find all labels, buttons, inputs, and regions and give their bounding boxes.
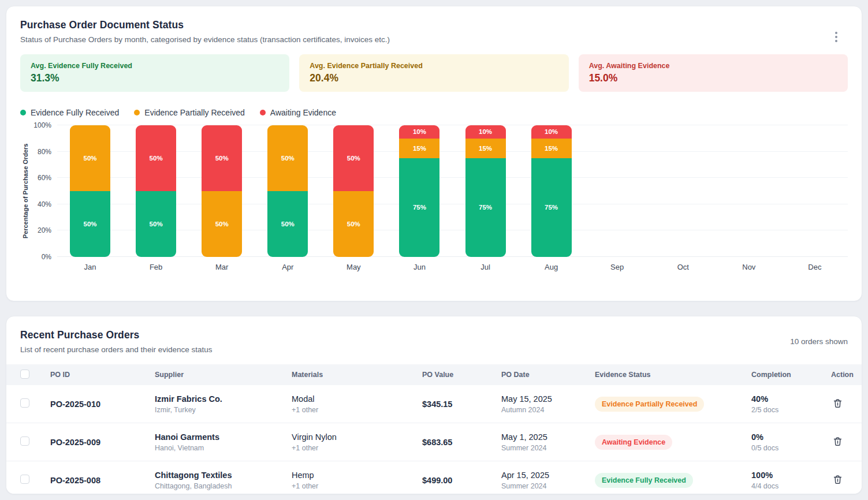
segment-value-label: 10% <box>413 128 426 135</box>
po-value: $683.65 <box>422 438 501 447</box>
delete-order-button[interactable] <box>831 435 844 448</box>
bar-columns: 50%50%50%50%50%50%50%50%50%50%10%15%75%1… <box>57 125 848 257</box>
material-primary: Virgin Nylon <box>292 432 422 442</box>
supplier-location: Izmir, Turkey <box>155 406 292 414</box>
trash-icon <box>832 436 843 447</box>
supplier-cell: Izmir Fabrics Co. Izmir, Turkey <box>155 394 292 414</box>
x-axis-label-dec: Dec <box>782 263 848 271</box>
material-more: +1 other <box>292 406 422 414</box>
segment-value-label: 50% <box>215 155 229 162</box>
materials-cell: Modal +1 other <box>292 394 422 414</box>
supplier-cell: Hanoi Garments Hanoi, Vietnam <box>155 432 292 452</box>
completion-docs: 4/4 docs <box>751 482 831 490</box>
stacked-bar-feb: 50%50% <box>136 125 176 257</box>
supplier-cell: Chittagong Textiles Chittagong, Banglade… <box>155 471 292 490</box>
segment-value-label: 75% <box>479 204 492 211</box>
supplier-location: Chittagong, Bangladesh <box>155 482 292 490</box>
supplier-name: Hanoi Garments <box>155 432 292 442</box>
po-season: Autumn 2024 <box>501 406 595 414</box>
stacked-bar-jan: 50%50% <box>70 125 110 257</box>
x-axis-label-feb: Feb <box>123 263 189 271</box>
stat-value: 31.3% <box>31 72 279 84</box>
table-row[interactable]: PO-2025-010 Izmir Fabrics Co. Izmir, Tur… <box>6 385 862 423</box>
x-axis-labels: JanFebMarAprMayJunJulAugSepOctNovDec <box>57 263 848 271</box>
stacked-bar-apr: 50%50% <box>267 125 308 257</box>
stacked-bar-jun: 10%15%75% <box>399 125 439 257</box>
legend-dot-orange <box>134 110 140 115</box>
stacked-bar-chart: Percentage of Purchase Orders 0%20%40%60… <box>20 125 848 257</box>
po-id: PO-2025-008 <box>50 476 155 485</box>
segment-evidence-partially-received: 50% <box>202 191 242 257</box>
segment-value-label: 50% <box>84 155 97 162</box>
segment-value-label: 50% <box>281 221 295 227</box>
row-checkbox[interactable] <box>20 398 29 408</box>
po-date-cell: Apr 15, 2025 Summer 2024 <box>501 471 595 490</box>
col-header-action: Action <box>831 371 854 379</box>
table-row[interactable]: PO-2025-008 Chittagong Textiles Chittago… <box>6 461 862 494</box>
col-header-materials: Materials <box>292 371 422 379</box>
y-axis-label: Percentage of Purchase Orders <box>20 125 31 257</box>
bar-column-apr: 50%50% <box>255 125 321 257</box>
evidence-status-badge: Evidence Fully Received <box>595 473 693 488</box>
segment-value-label: 15% <box>413 145 426 152</box>
segment-value-label: 10% <box>545 128 558 135</box>
segment-evidence-fully-received: 75% <box>399 158 439 257</box>
segment-value-label: 15% <box>545 145 558 152</box>
row-checkbox[interactable] <box>20 475 29 484</box>
segment-value-label: 50% <box>281 155 295 162</box>
supplier-location: Hanoi, Vietnam <box>155 444 292 452</box>
y-axis-ticks: 0%20%40%60%80%100% <box>31 125 57 257</box>
evidence-status-badge: Awaiting Evidence <box>595 435 672 450</box>
po-season: Summer 2024 <box>501 482 595 490</box>
stacked-bar-jul: 10%15%75% <box>465 125 506 257</box>
bar-column-sep <box>584 125 650 257</box>
stats-row: Avg. Evidence Fully Received 31.3% Avg. … <box>20 54 848 92</box>
segment-awaiting-evidence: 50% <box>333 125 374 191</box>
completion-percent: 40% <box>751 394 831 404</box>
stacked-bar-aug: 10%15%75% <box>531 125 572 257</box>
kebab-menu-icon[interactable] <box>833 29 840 44</box>
stat-label: Avg. Awaiting Evidence <box>589 62 837 70</box>
segment-value-label: 50% <box>347 221 360 227</box>
segment-value-label: 50% <box>347 155 360 162</box>
segment-awaiting-evidence: 50% <box>136 125 176 191</box>
po-date: May 1, 2025 <box>501 432 595 442</box>
stat-partially-received: Avg. Evidence Partially Received 20.4% <box>299 54 568 92</box>
po-date-cell: May 1, 2025 Summer 2024 <box>501 432 595 452</box>
legend-item-awaiting-evidence[interactable]: Awaiting Evidence <box>260 108 336 117</box>
col-header-po-id: PO ID <box>50 371 155 379</box>
stat-awaiting-evidence: Avg. Awaiting Evidence 15.0% <box>579 54 848 92</box>
po-date-cell: May 15, 2025 Autumn 2024 <box>501 394 595 414</box>
legend-item-partially-received[interactable]: Evidence Partially Received <box>134 108 245 117</box>
stat-value: 20.4% <box>310 72 558 84</box>
x-axis-label-jun: Jun <box>386 263 452 271</box>
completion-percent: 100% <box>751 471 831 480</box>
segment-evidence-partially-received: 15% <box>399 139 439 158</box>
bar-column-nov <box>716 125 782 257</box>
card-subtitle: Status of Purchase Orders by month, cate… <box>20 35 848 44</box>
legend-item-fully-received[interactable]: Evidence Fully Received <box>20 108 119 117</box>
segment-evidence-fully-received: 50% <box>70 191 110 257</box>
row-checkbox[interactable] <box>20 436 29 446</box>
materials-cell: Hemp +1 other <box>292 471 422 490</box>
segment-evidence-partially-received: 15% <box>465 139 506 158</box>
po-id: PO-2025-009 <box>50 438 155 447</box>
x-axis-label-jul: Jul <box>452 263 518 271</box>
bar-column-dec <box>782 125 848 257</box>
table-row[interactable]: PO-2025-009 Hanoi Garments Hanoi, Vietna… <box>6 423 862 461</box>
material-primary: Hemp <box>292 471 422 480</box>
x-axis-label-jan: Jan <box>57 263 123 271</box>
po-id: PO-2025-010 <box>50 400 155 409</box>
po-date: May 15, 2025 <box>501 394 595 404</box>
segment-value-label: 10% <box>479 128 492 135</box>
segment-awaiting-evidence: 10% <box>465 125 506 139</box>
stat-label: Avg. Evidence Fully Received <box>31 62 279 70</box>
select-all-checkbox[interactable] <box>20 370 29 379</box>
stat-label: Avg. Evidence Partially Received <box>310 62 558 70</box>
segment-awaiting-evidence: 10% <box>531 125 572 139</box>
segment-awaiting-evidence: 10% <box>399 125 439 139</box>
delete-order-button[interactable] <box>831 473 844 486</box>
bar-column-aug: 10%15%75% <box>519 125 584 257</box>
recent-purchase-orders-card: Recent Purchase Orders List of recent pu… <box>6 316 862 494</box>
delete-order-button[interactable] <box>831 397 844 410</box>
